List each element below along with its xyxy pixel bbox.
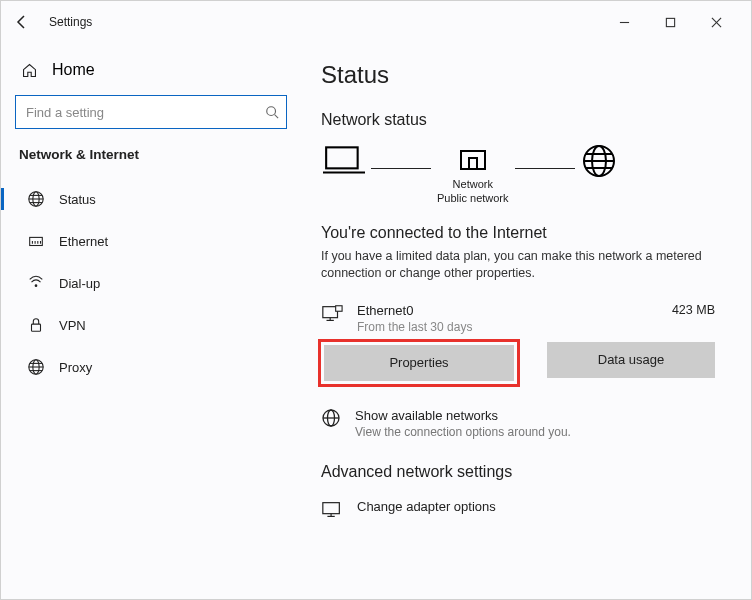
adapter-sub: From the last 30 days — [357, 320, 658, 334]
topology-internet: ·· — [581, 143, 617, 210]
close-button[interactable] — [693, 6, 739, 38]
globe-icon — [321, 408, 341, 428]
search-wrapper — [15, 95, 287, 129]
maximize-button[interactable] — [647, 6, 693, 38]
titlebar-left: Settings — [13, 13, 92, 31]
connected-heading: You're connected to the Internet — [321, 224, 715, 242]
ethernet-adapter-icon — [459, 147, 487, 175]
svg-rect-23 — [326, 147, 358, 168]
option-text: Show available networks View the connect… — [355, 408, 571, 439]
sidebar-item-label: Proxy — [59, 360, 92, 375]
svg-rect-35 — [336, 305, 342, 311]
sidebar: Home Network & Internet — [1, 43, 301, 599]
properties-highlight: Properties — [318, 339, 520, 387]
connected-body: If you have a limited data plan, you can… — [321, 248, 715, 283]
svg-rect-25 — [461, 151, 485, 169]
option-sub: View the connection options around you. — [355, 425, 571, 439]
option-title: Change adapter options — [357, 499, 496, 514]
nav-list: Status Ethernet — [15, 178, 287, 388]
topology-computer: ·· — [323, 143, 365, 210]
change-adapter-options[interactable]: Change adapter options — [321, 499, 715, 521]
svg-line-5 — [275, 115, 279, 119]
topology-middle-sub: Network Public network — [437, 178, 509, 206]
minimize-button[interactable] — [601, 6, 647, 38]
settings-body: Home Network & Internet — [1, 43, 751, 599]
sidebar-item-label: Dial-up — [59, 276, 100, 291]
sidebar-item-label: Ethernet — [59, 234, 108, 249]
sidebar-item-label: Status — [59, 192, 96, 207]
network-topology: ·· Network Public network — [323, 143, 715, 210]
svg-rect-39 — [323, 502, 340, 513]
globe-icon — [27, 358, 45, 376]
sidebar-item-dialup[interactable]: Dial-up — [15, 262, 287, 304]
topology-link-line — [371, 168, 431, 170]
ethernet-icon — [27, 232, 45, 250]
monitor-icon — [321, 499, 343, 521]
home-label: Home — [52, 61, 95, 79]
section-title: Network & Internet — [15, 147, 287, 162]
computer-icon — [323, 143, 365, 179]
settings-window: Settings Home — [0, 0, 752, 600]
sidebar-item-label: VPN — [59, 318, 86, 333]
search-input[interactable] — [15, 95, 287, 129]
main-content: Status Network status ·· — [301, 43, 751, 599]
titlebar: Settings — [1, 1, 751, 43]
adapter-usage: 423 MB — [672, 303, 715, 317]
topology-link-line — [515, 168, 575, 170]
globe-icon — [27, 190, 45, 208]
monitor-ethernet-icon — [321, 303, 343, 325]
window-title: Settings — [49, 15, 92, 29]
network-status-heading: Network status — [321, 111, 715, 129]
option-title: Show available networks — [355, 408, 571, 423]
dialup-icon — [27, 274, 45, 292]
page-title: Status — [321, 61, 715, 89]
sidebar-item-ethernet[interactable]: Ethernet — [15, 220, 287, 262]
arrow-left-icon — [14, 14, 30, 30]
svg-rect-17 — [32, 324, 41, 331]
advanced-heading: Advanced network settings — [321, 463, 715, 481]
svg-rect-1 — [666, 18, 674, 26]
globe-icon — [581, 143, 617, 179]
adapter-name: Ethernet0 — [357, 303, 658, 318]
svg-rect-26 — [469, 158, 477, 169]
home-icon — [21, 62, 38, 79]
data-usage-button[interactable]: Data usage — [547, 342, 715, 378]
adapter-row: Ethernet0 From the last 30 days 423 MB — [321, 303, 715, 334]
properties-button[interactable]: Properties — [324, 345, 514, 381]
vpn-icon — [27, 316, 45, 334]
home-link[interactable]: Home — [15, 53, 287, 87]
back-button[interactable] — [13, 13, 31, 31]
maximize-icon — [665, 17, 676, 28]
minimize-icon — [619, 17, 630, 28]
sidebar-item-proxy[interactable]: Proxy — [15, 346, 287, 388]
adapter-info: Ethernet0 From the last 30 days — [357, 303, 658, 334]
search-icon — [265, 105, 279, 119]
topology-adapter: Network Public network — [437, 147, 509, 206]
svg-point-4 — [267, 107, 276, 116]
window-controls — [601, 6, 739, 38]
adapter-buttons: Properties Data usage — [321, 342, 715, 384]
close-icon — [711, 17, 722, 28]
show-available-networks[interactable]: Show available networks View the connect… — [321, 408, 715, 439]
sidebar-item-status[interactable]: Status — [15, 178, 287, 220]
sidebar-item-vpn[interactable]: VPN — [15, 304, 287, 346]
svg-point-16 — [35, 284, 38, 287]
